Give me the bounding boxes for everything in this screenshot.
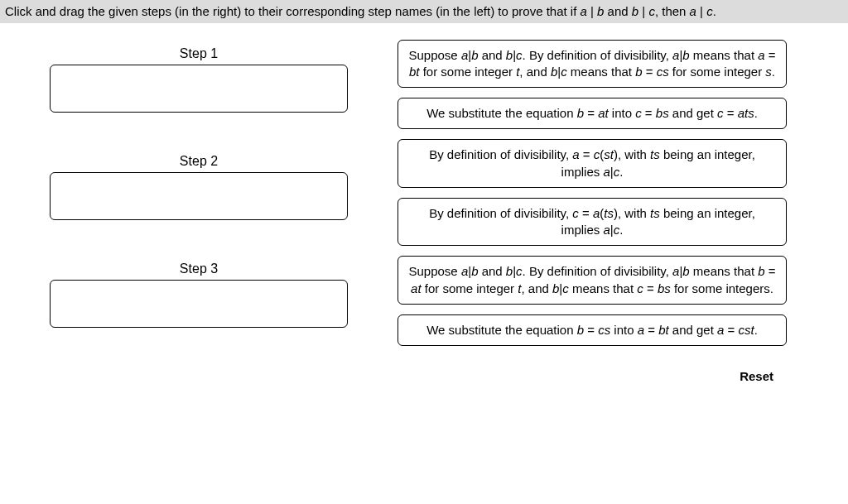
draggable-card-4[interactable]: By definition of divisibility, c = a(ts)… [398,198,787,247]
step-1-group: Step 1 [25,46,373,113]
draggable-card-2[interactable]: We substitute the equation b = at into c… [398,98,787,129]
cards-column: Suppose a|b and b|c. By definition of di… [398,40,787,347]
step-2-dropzone[interactable] [50,172,348,220]
instruction-bar: Click and drag the given steps (in the r… [0,0,848,23]
draggable-card-1[interactable]: Suppose a|b and b|c. By definition of di… [398,40,787,89]
step-1-label: Step 1 [180,46,218,61]
step-3-dropzone[interactable] [50,280,348,328]
draggable-card-3[interactable]: By definition of divisibility, a = c(st)… [398,139,787,188]
draggable-card-6[interactable]: We substitute the equation b = cs into a… [398,314,787,346]
reset-button[interactable]: Reset [740,369,773,383]
main-area: Step 1 Step 2 Step 3 Suppose a|b and b|c… [0,23,848,355]
footer: Reset [0,354,848,391]
step-3-label: Step 3 [180,262,218,276]
step-2-label: Step 2 [180,154,218,169]
draggable-card-5[interactable]: Suppose a|b and b|c. By definition of di… [398,256,787,305]
step-1-dropzone[interactable] [50,65,348,113]
steps-column: Step 1 Step 2 Step 3 [25,40,373,347]
step-2-group: Step 2 [25,154,373,220]
instruction-text: Click and drag the given steps (in the r… [5,4,581,18]
step-3-group: Step 3 [25,262,373,328]
